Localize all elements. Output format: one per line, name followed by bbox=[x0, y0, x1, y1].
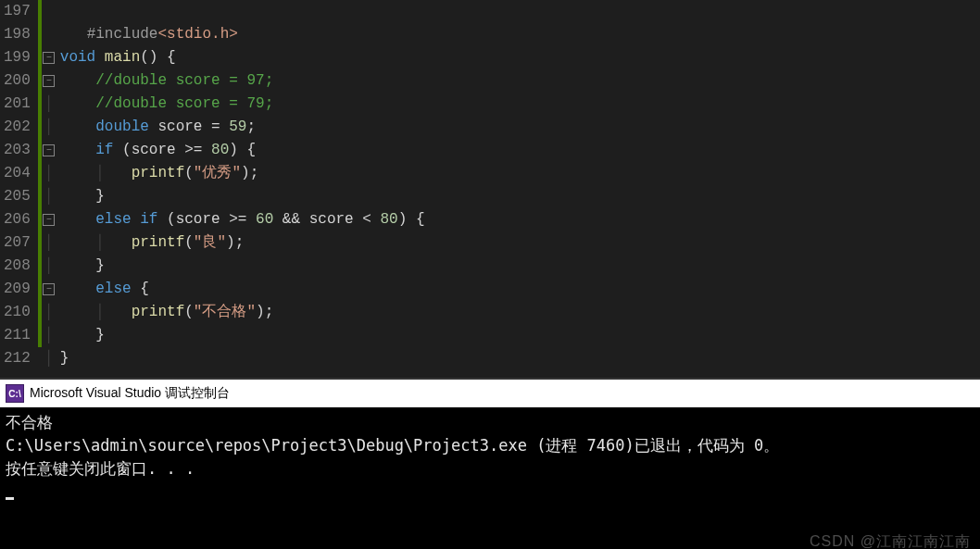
code-line[interactable]: │ printf("不合格"); bbox=[60, 301, 980, 324]
line-number: 207 bbox=[4, 231, 31, 255]
fold-marker: │ bbox=[42, 324, 57, 347]
line-number: 202 bbox=[4, 116, 31, 139]
line-number: 210 bbox=[4, 301, 31, 324]
console-tab-bar: C:\ Microsoft Visual Studio 调试控制台 bbox=[0, 378, 980, 407]
line-number: 212 bbox=[4, 347, 31, 370]
code-line[interactable]: if (score >= 80) { bbox=[60, 139, 980, 162]
line-number: 201 bbox=[4, 93, 31, 116]
debug-console[interactable]: 不合格 C:\Users\admin\source\repos\Project3… bbox=[0, 407, 980, 549]
vs-console-icon: C:\ bbox=[6, 384, 24, 403]
code-line[interactable]: } bbox=[60, 347, 980, 370]
csdn-watermark: CSDN @江南江南江南 bbox=[810, 530, 971, 549]
code-line[interactable]: } bbox=[60, 324, 980, 347]
code-line[interactable]: double score = 59; bbox=[60, 116, 980, 139]
fold-marker: │ bbox=[42, 93, 57, 116]
line-number: 206 bbox=[4, 208, 31, 231]
code-line[interactable]: //double score = 97; bbox=[60, 69, 980, 93]
console-output-line: 不合格 bbox=[6, 411, 974, 434]
code-line[interactable]: │ printf("良"); bbox=[60, 231, 980, 255]
fold-marker[interactable]: − bbox=[42, 46, 57, 69]
code-line[interactable]: } bbox=[60, 185, 980, 208]
line-number: 199 bbox=[4, 46, 31, 69]
line-number: 197 bbox=[4, 0, 31, 23]
line-number: 203 bbox=[4, 139, 31, 162]
fold-marker[interactable]: − bbox=[42, 139, 57, 162]
fold-marker bbox=[42, 23, 57, 46]
console-output-line: C:\Users\admin\source\repos\Project3\Deb… bbox=[6, 434, 974, 457]
fold-marker: │ bbox=[42, 301, 57, 324]
console-tab-title: Microsoft Visual Studio 调试控制台 bbox=[30, 385, 230, 402]
fold-marker[interactable]: − bbox=[42, 208, 57, 231]
line-number-gutter: 1971981992002012022032042052062072082092… bbox=[0, 0, 38, 378]
line-number: 211 bbox=[4, 324, 31, 347]
fold-gutter[interactable]: −−││−││−││−│││ bbox=[42, 0, 57, 378]
fold-marker bbox=[42, 0, 57, 23]
code-line[interactable]: void main() { bbox=[60, 46, 980, 69]
fold-marker: │ bbox=[42, 347, 57, 370]
console-output-line: 按任意键关闭此窗口. . . bbox=[6, 457, 974, 480]
code-editor[interactable]: 1971981992002012022032042052062072082092… bbox=[0, 0, 980, 378]
code-line[interactable]: else { bbox=[60, 278, 980, 301]
code-line[interactable]: } bbox=[60, 255, 980, 278]
line-number: 208 bbox=[4, 255, 31, 278]
line-number: 198 bbox=[4, 23, 31, 46]
console-cursor bbox=[6, 480, 974, 506]
line-number: 209 bbox=[4, 278, 31, 301]
code-line[interactable]: //double score = 79; bbox=[60, 93, 980, 116]
code-area[interactable]: #include<stdio.h>void main() { //double … bbox=[57, 0, 980, 378]
fold-marker: │ bbox=[42, 162, 57, 185]
line-number: 204 bbox=[4, 162, 31, 185]
line-number: 200 bbox=[4, 69, 31, 93]
fold-marker[interactable]: − bbox=[42, 69, 57, 93]
fold-marker: │ bbox=[42, 185, 57, 208]
code-line[interactable]: #include<stdio.h> bbox=[60, 23, 980, 46]
fold-marker: │ bbox=[42, 255, 57, 278]
code-line[interactable]: else if (score >= 60 && score < 80) { bbox=[60, 208, 980, 231]
fold-marker[interactable]: − bbox=[42, 278, 57, 301]
fold-marker: │ bbox=[42, 231, 57, 255]
fold-marker: │ bbox=[42, 116, 57, 139]
code-line[interactable]: │ printf("优秀"); bbox=[60, 162, 980, 185]
line-number: 205 bbox=[4, 185, 31, 208]
code-line[interactable] bbox=[60, 0, 980, 23]
